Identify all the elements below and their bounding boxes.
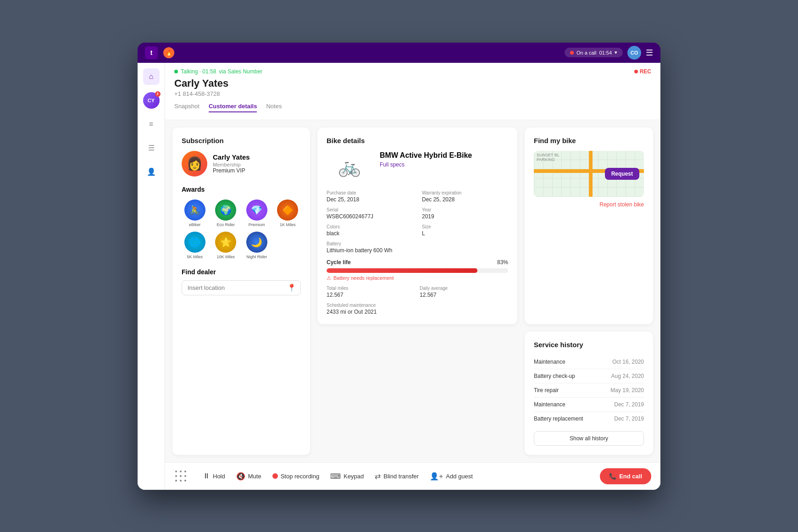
map-street-labels: SUNSET BLPARKING [537,153,560,162]
via-label: via Sales Number [219,68,262,75]
call-status-label: On a call [576,50,596,55]
daily-avg-label: Daily average [420,286,508,291]
award-5k-icon: 🌐 [184,232,205,253]
total-miles-item: Total miles 12.567 [327,286,415,298]
bike-details-card: Bike details 🚲 BMW Active Hybrid E-Bike … [317,127,517,324]
full-specs-link[interactable]: Full specs [380,161,405,168]
customer-avatar: 👩 [182,151,207,177]
dealer-input-wrap: 📍 [182,280,301,295]
call-header: Talking · 01:58 via Sales Number Carly Y… [165,63,660,120]
stop-rec-dot [272,473,278,479]
award-10k-icon: ⭐ [215,232,236,253]
size-item: Size L [422,224,508,237]
sidebar-user-icon[interactable]: 👤 [143,164,160,180]
award-eco-label: Eco Rider [216,222,235,227]
cy-avatar[interactable]: CY 3 [143,92,160,109]
warranty-label: Warranty expiration [422,190,508,195]
find-my-bike-card: Find my bike SUNSET BLPARKING Request Re… [525,127,653,324]
award-5k-label: 5K Miles [187,255,203,259]
rec-label: REC [640,68,651,75]
topbar-right: On a call 01:54 ▾ CO ☰ [565,46,653,60]
award-5k: 🌐 5K Miles [182,232,208,259]
rec-badge: REC [634,68,651,75]
stop-recording-button[interactable]: Stop recording [272,473,320,480]
add-guest-button[interactable]: 👤+ Add guest [430,472,473,481]
sidebar-home-icon[interactable]: ⌂ [143,68,160,85]
purchase-date-value: Dec 25, 2018 [327,196,413,203]
cards-grid: Subscription 👩 Carly Yates Membership Pr… [165,120,660,462]
daily-avg-item: Daily average 12.567 [420,286,508,298]
blind-transfer-label: Blind transfer [383,473,419,480]
report-stolen-link[interactable]: Report stolen bike [534,201,644,208]
sidebar: ⌂ CY 3 ≡ ☰ 👤 [138,63,165,490]
colors-label: Colors [327,224,413,229]
keypad-button[interactable]: ⌨ Keypad [330,472,364,481]
tab-snapshot[interactable]: Snapshot [174,103,200,112]
menu-icon[interactable]: ☰ [646,48,653,58]
serial-label: Serial [327,207,413,212]
battery-warning-text: Battery needs replacement [333,275,393,281]
talking-indicator: Talking · 01:58 via Sales Number [174,68,651,75]
cycle-life-progress-fill [327,268,477,273]
hold-label: Hold [213,473,225,480]
award-1k: 🔶 1K Miles [275,200,301,227]
warning-icon: ⚠ [327,275,331,281]
award-premium-label: Premium [249,222,265,227]
award-night-label: Night Rider [246,255,267,259]
tab-customer-details[interactable]: Customer details [209,103,257,112]
mute-button[interactable]: 🔇 Mute [236,472,261,481]
user-avatar[interactable]: CO [627,46,641,60]
award-ebiker-label: eBiker [189,222,201,227]
bike-image: 🚲 [327,151,372,183]
service-row-0: Maintenance Oct 16, 2020 [534,355,644,369]
map-request-button[interactable]: Request [605,168,639,180]
service-name-3: Maintenance [534,401,565,408]
rec-dot [634,70,638,73]
service-name-0: Maintenance [534,359,565,365]
add-guest-icon: 👤+ [430,472,443,481]
transfer-icon: ⇄ [375,472,381,481]
total-miles-label: Total miles [327,286,415,291]
end-call-button[interactable]: 📞 End call [600,468,651,484]
chevron-down-icon[interactable]: ▾ [615,50,617,55]
bike-info: BMW Active Hybrid E-Bike Full specs [380,151,472,169]
blind-transfer-button[interactable]: ⇄ Blind transfer [375,472,419,481]
scheduled-item: Scheduled maintenance 2433 mi or Out 202… [327,303,508,315]
award-ebiker: 🚴 eBiker [182,200,208,227]
show-all-history-button[interactable]: Show all history [534,431,644,446]
location-pin-icon: 📍 [287,283,296,292]
hold-icon: ⏸ [203,472,210,480]
call-controls: ⏸ Hold 🔇 Mute Stop recording ⌨ Keypad ⇄ [165,462,660,490]
scheduled-label: Scheduled maintenance [327,303,508,308]
battery-label: Battery [327,241,508,246]
apps-icon[interactable] [174,470,187,482]
sidebar-list-icon[interactable]: ≡ [143,116,160,133]
serial-item: Serial WSBC606024677J [327,207,413,220]
service-row-1: Battery check-up Aug 24, 2020 [534,369,644,383]
membership-value: Premium VIP [213,167,250,174]
dealer-location-input[interactable] [182,280,301,295]
battery-item: Battery Lithium-ion battery 600 Wh [327,241,508,254]
call-indicator: On a call 01:54 ▾ [565,48,623,57]
sidebar-menu-icon[interactable]: ☰ [143,140,160,156]
service-date-3: Dec 7, 2019 [614,401,644,408]
hold-button[interactable]: ⏸ Hold [203,472,225,480]
content-area: Talking · 01:58 via Sales Number Carly Y… [165,63,660,490]
service-row-3: Maintenance Dec 7, 2019 [534,398,644,412]
cycle-life-header: Cycle life 83% [327,259,508,266]
mute-icon: 🔇 [236,472,245,481]
keypad-icon: ⌨ [330,472,341,481]
sub-info: Carly Yates Membership Premium VIP [213,153,250,174]
colors-value: black [327,230,413,237]
talking-dot [174,70,178,73]
tab-notes[interactable]: Notes [266,103,282,112]
customer-phone: +1 814-458-3728 [174,90,651,97]
add-guest-label: Add guest [446,473,473,480]
total-miles-value: 12.567 [327,292,415,298]
map-road-v [589,151,593,197]
awards-grid: 🚴 eBiker 🌍 Eco Rider 💎 Premium 🔶 [182,200,301,259]
miles-row: Total miles 12.567 Daily average 12.567 [327,286,508,298]
year-value: 2019 [422,213,508,220]
subscription-title: Subscription [182,137,301,144]
call-timer-label: 01:54 [599,50,612,55]
